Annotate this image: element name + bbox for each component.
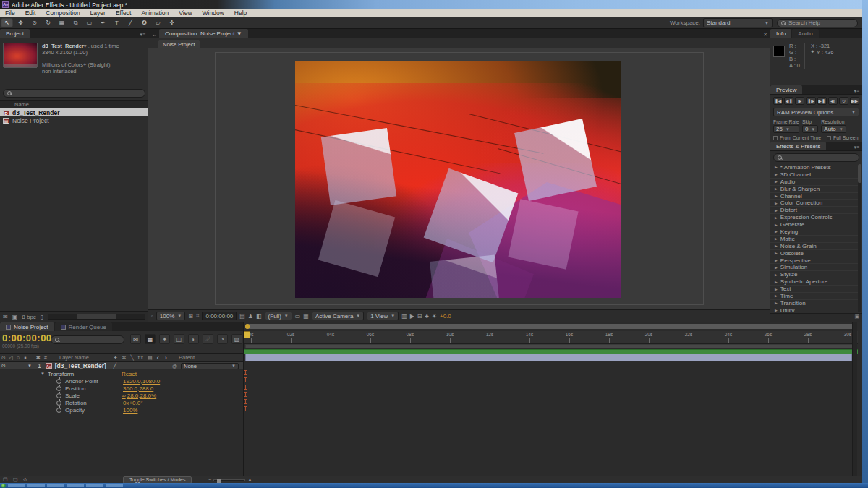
menu-item[interactable]: View (174, 9, 197, 17)
hide-shy-layers-icon[interactable]: ✦ (159, 334, 170, 344)
stopwatch-icon[interactable] (56, 393, 61, 398)
show-snapshot-icon[interactable]: ♟ (248, 313, 253, 320)
menu-item[interactable]: Animation (136, 9, 174, 17)
expand-arrow-icon[interactable]: ▶ (775, 287, 778, 291)
menu-item[interactable]: File (0, 9, 20, 17)
panel-menu-icon[interactable]: ▾≡ (851, 145, 862, 150)
effects-category[interactable]: ▶ Synthetic Aperture (770, 278, 858, 286)
effects-category[interactable]: ▶ Text (770, 286, 858, 293)
info-tab[interactable]: Audio (792, 29, 818, 38)
layer-duration-bar[interactable] (245, 354, 855, 361)
project-bpc-button[interactable]: 8 bpc (22, 314, 36, 320)
menu-item[interactable]: Edit (20, 9, 41, 17)
panel-menu-icon[interactable]: ▾≡ (137, 32, 148, 38)
effects-category[interactable]: ▶ Keying (770, 228, 858, 236)
preview-resolution-dropdown[interactable]: Auto ▼ (821, 125, 846, 133)
start-button[interactable] (1, 484, 6, 488)
project-item[interactable]: D d3_Test_Render (0, 108, 148, 116)
stopwatch-icon[interactable] (56, 386, 61, 391)
region-of-interest-icon[interactable]: ▭ (295, 313, 301, 320)
exposure-value[interactable]: +0.0 (440, 313, 451, 320)
audio-button[interactable]: ◀) (828, 97, 838, 105)
menu-item[interactable]: Composition (41, 9, 85, 17)
effects-category[interactable]: ▶ Matte (770, 236, 858, 243)
parent-pickwhip-icon[interactable]: @ (172, 364, 177, 369)
motion-blur-icon[interactable]: ◗ (188, 334, 199, 344)
effects-category[interactable]: ▶ * Animation Presets (770, 164, 858, 171)
parent-column[interactable]: Parent (179, 354, 195, 361)
effects-category[interactable]: ▶ Color Correction (770, 200, 858, 207)
camera-tool[interactable]: ▦ (56, 18, 68, 27)
effects-category[interactable]: ▶ Stylize (770, 271, 858, 278)
expand-arrow-icon[interactable]: ▶ (775, 265, 778, 270)
snapshot-icon[interactable]: ▤ (239, 313, 245, 320)
safe-margins-icon[interactable]: ⌗ (196, 312, 200, 320)
draft-3d-icon[interactable]: ▦ (145, 334, 156, 344)
tab-project[interactable]: Project (0, 29, 30, 38)
tab-effects-presets[interactable]: Effects & Presets (770, 142, 826, 150)
previous-frame-button[interactable]: ◀❚ (784, 97, 793, 105)
menu-item[interactable]: Layer (85, 9, 111, 17)
reset-exposure-icon[interactable]: ☀ (432, 313, 437, 320)
eraser-tool[interactable]: ▱ (152, 18, 164, 27)
clone-stamp-tool[interactable]: ✪ (138, 18, 150, 27)
frame-blending-icon[interactable]: ◫ (174, 334, 184, 344)
expand-arrow-icon[interactable]: ▶ (775, 244, 778, 248)
effects-category[interactable]: ▶ Utility (770, 307, 858, 312)
current-time-display[interactable]: 0:00:00:00 (2, 333, 52, 343)
grid-guides-icon[interactable]: ⊞ (188, 313, 193, 320)
taskbar-item[interactable] (67, 484, 84, 487)
playhead-handle[interactable] (244, 331, 250, 338)
selection-tool[interactable]: ↖ (1, 18, 13, 27)
property-value[interactable]: 360.0,288.0 (122, 385, 153, 392)
property-value[interactable]: 1920.0,1080.0 (122, 378, 160, 385)
effects-category[interactable]: ▶ Simulation (770, 264, 858, 271)
next-frame-button[interactable]: ❚▶ (806, 97, 815, 105)
frame-rate-dropdown[interactable]: 25 ▼ (773, 125, 799, 133)
expand-arrow-icon[interactable]: ▶ (775, 258, 778, 262)
expand-arrow-icon[interactable]: ▶ (775, 215, 778, 220)
auto-keyframe-icon[interactable]: ◔ (217, 334, 228, 344)
magnification-dropdown[interactable]: 100% ▼ (156, 312, 185, 320)
timeline-vertical-scrollbar[interactable] (852, 322, 857, 483)
puppet-pin-tool[interactable]: ✜ (166, 18, 178, 27)
effects-category[interactable]: ▶ Transition (770, 300, 858, 307)
panel-menu-icon[interactable]: ▾≡ (851, 88, 862, 94)
workspace-dropdown[interactable]: Standard ▼ (703, 18, 773, 27)
pan-behind-tool[interactable]: ⧉ (69, 18, 82, 27)
effects-category[interactable]: ▶ Perspective (770, 257, 858, 265)
transparency-grid-icon[interactable]: ▦ (303, 313, 309, 320)
effects-scrollbar[interactable] (858, 164, 861, 312)
quality-icon[interactable]: ╱ (114, 363, 116, 369)
menu-item[interactable]: Effect (111, 9, 137, 17)
effects-category[interactable]: ▶ Generate (770, 221, 858, 228)
project-item[interactable]: ▤ Noise Project (0, 116, 148, 124)
taskbar-item[interactable] (47, 484, 64, 487)
taskbar-item[interactable] (8, 484, 25, 487)
expand-arrow-icon[interactable]: ▶ (775, 187, 778, 191)
timeline-tab[interactable]: Noise Project (0, 322, 54, 331)
first-frame-button[interactable]: ❚◀ (773, 97, 783, 105)
effects-category[interactable]: ▶ Expression Controls (770, 214, 858, 221)
hand-tool[interactable]: ✥ (14, 18, 27, 27)
menu-item[interactable]: Help (229, 9, 252, 17)
expand-arrow-icon[interactable]: ▶ (775, 172, 778, 176)
expand-arrow-icon[interactable]: ▶ (775, 208, 778, 213)
composition-viewer[interactable] (148, 48, 770, 309)
layer-color-chip[interactable]: Ae (46, 363, 52, 369)
property-value[interactable]: ∞28.0,28.0% (122, 393, 156, 399)
effects-category[interactable]: ▶ Blur & Sharpen (770, 186, 858, 193)
active-camera-dropdown[interactable]: Active Camera ▼ (312, 312, 364, 320)
composition-mini-flowchart-icon[interactable]: ⋈ (130, 334, 141, 344)
menu-item[interactable]: Window (197, 9, 229, 17)
timeline-zoom-slider[interactable]: − ▲ (208, 478, 252, 482)
graph-editor-icon[interactable]: ▧ (231, 334, 242, 344)
expand-arrow-icon[interactable]: ▶ (775, 301, 778, 305)
brainstorm-icon[interactable]: ☄ (203, 334, 213, 344)
expand-arrow-icon[interactable]: ▶ (775, 229, 778, 234)
expand-arrow-icon[interactable]: ▶ (775, 194, 778, 198)
taskbar-item[interactable] (106, 484, 123, 487)
property-value[interactable]: 0x+0.0° (122, 400, 142, 406)
project-horizontal-scrollbar[interactable] (48, 314, 145, 320)
expand-arrow-icon[interactable]: ▶ (775, 236, 778, 241)
